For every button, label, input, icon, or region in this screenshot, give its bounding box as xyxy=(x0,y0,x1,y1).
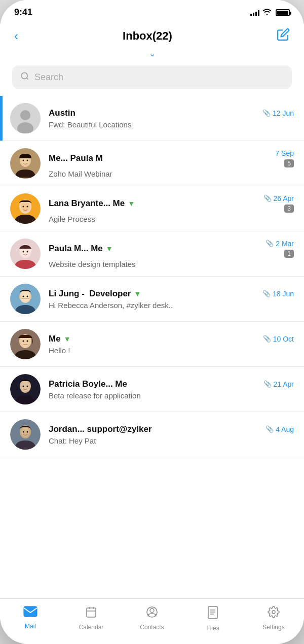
nav-label-files: Files xyxy=(206,625,219,632)
svg-point-25 xyxy=(21,291,29,301)
email-count-badge: 1 xyxy=(284,250,294,258)
svg-point-14 xyxy=(27,206,28,208)
svg-rect-48 xyxy=(24,606,37,617)
nav-label-calendar: Calendar xyxy=(79,624,104,631)
attachment-icon: 📎 xyxy=(263,335,271,343)
email-item[interactable]: Austin 📎 12 Jun Fwd: Beautiful Locations xyxy=(0,96,304,141)
svg-point-21 xyxy=(27,250,28,251)
search-icon xyxy=(20,72,29,83)
email-date-area: 📎 18 Jun xyxy=(262,290,294,298)
attachment-icon: 📎 xyxy=(262,109,271,117)
email-preview: Agile Process xyxy=(49,215,294,223)
email-date: 📎 18 Jun xyxy=(262,290,294,298)
email-date-area: 📎 26 Apr 3 xyxy=(263,194,294,213)
flag-icon: ▼ xyxy=(134,290,141,298)
attachment-icon: 📎 xyxy=(265,240,274,247)
svg-point-39 xyxy=(23,386,24,387)
search-bar[interactable]: Search xyxy=(12,65,292,89)
nav-item-contacts[interactable]: Contacts xyxy=(122,604,182,634)
chevron-down-icon[interactable]: ⌄ xyxy=(149,49,156,58)
email-date: 📎 12 Jun xyxy=(262,109,294,117)
svg-line-1 xyxy=(26,78,28,79)
email-item[interactable]: Patricia Boyle... Me 📎 21 Apr Beta relea… xyxy=(0,367,304,412)
email-preview: Beta release for application xyxy=(49,391,294,400)
email-content: Jordan... support@zylker 📎 4 Aug Chat: H… xyxy=(49,424,294,445)
svg-rect-30 xyxy=(29,295,31,299)
avatar xyxy=(10,148,41,179)
email-content: Li Jung - Developer ▼ 📎 18 Jun Hi Rebecc… xyxy=(49,289,294,310)
avatar xyxy=(10,193,41,224)
status-bar: 9:41 xyxy=(0,0,304,22)
email-date: 📎 21 Apr xyxy=(263,380,294,388)
phone-frame: 9:41 ‹ Inbox(22) xyxy=(0,0,304,644)
email-sender: Me ▼ xyxy=(49,334,70,344)
email-item[interactable]: Me... Paula M 7 Sep 5 Zoho Mail Webinar xyxy=(0,141,304,186)
email-item[interactable]: Me ▼ 📎 10 Oct Hello ! xyxy=(0,322,304,367)
svg-rect-46 xyxy=(21,429,23,433)
nav-item-settings[interactable]: Settings xyxy=(243,604,304,634)
avatar xyxy=(10,419,41,450)
email-item[interactable]: Paula M... Me ▼ 📎 2 Mar 1 Website design… xyxy=(0,231,304,277)
flag-icon: ▼ xyxy=(128,199,135,208)
email-date-area: 📎 4 Aug xyxy=(265,425,294,433)
svg-point-0 xyxy=(21,73,27,79)
attachment-icon: 📎 xyxy=(265,425,274,433)
signal-icon xyxy=(250,9,259,16)
email-content: Me... Paula M 7 Sep 5 Zoho Mail Webinar xyxy=(49,149,294,178)
email-preview: Fwd: Beautiful Locations xyxy=(49,120,294,129)
avatar xyxy=(10,103,41,133)
svg-point-54 xyxy=(150,608,154,613)
email-header: ‹ Inbox(22) xyxy=(0,22,304,48)
email-list: Austin 📎 12 Jun Fwd: Beautiful Locations xyxy=(0,96,304,598)
svg-point-8 xyxy=(23,160,24,161)
nav-item-mail[interactable]: Mail xyxy=(0,604,61,634)
email-sender: Li Jung - Developer ▼ xyxy=(49,289,141,299)
email-content: Austin 📎 12 Jun Fwd: Beautiful Locations xyxy=(49,108,294,129)
email-sender: Jordan... support@zylker xyxy=(49,424,152,434)
attachment-icon: 📎 xyxy=(263,380,272,388)
email-date-area: 📎 21 Apr xyxy=(263,380,294,388)
svg-point-59 xyxy=(272,611,275,614)
svg-rect-49 xyxy=(87,608,96,617)
battery-icon xyxy=(276,9,290,16)
email-item[interactable]: Li Jung - Developer ▼ 📎 18 Jun Hi Rebecc… xyxy=(0,277,304,322)
svg-point-9 xyxy=(27,160,28,161)
unread-indicator xyxy=(0,96,3,141)
email-date-area: 7 Sep 5 xyxy=(275,149,294,167)
email-preview: Chat: Hey Pat xyxy=(49,436,294,445)
email-sender: Patricia Boyle... Me xyxy=(49,379,127,389)
svg-point-35 xyxy=(27,341,28,342)
email-date-area: 📎 12 Jun xyxy=(262,109,294,117)
wifi-icon xyxy=(262,8,272,17)
email-sender: Lana Bryante... Me ▼ xyxy=(49,198,135,209)
status-time: 9:41 xyxy=(14,7,32,18)
back-button[interactable]: ‹ xyxy=(12,27,20,45)
svg-point-26 xyxy=(23,296,24,297)
nav-label-contacts: Contacts xyxy=(140,624,164,631)
email-count-badge: 5 xyxy=(284,159,294,167)
avatar xyxy=(10,239,41,269)
email-date: 📎 10 Oct xyxy=(263,335,294,343)
settings-icon xyxy=(268,606,280,621)
svg-point-27 xyxy=(27,296,28,297)
avatar xyxy=(10,374,41,404)
email-date-area: 📎 10 Oct xyxy=(263,335,294,343)
email-item[interactable]: Lana Bryante... Me ▼ 📎 26 Apr 3 Agile Pr… xyxy=(0,186,304,231)
compose-button[interactable] xyxy=(275,26,292,46)
email-preview: Hi Rebecca Anderson, #zylker desk.. xyxy=(49,301,294,310)
contacts-icon xyxy=(146,606,158,621)
email-sender: Austin xyxy=(49,108,75,118)
email-item[interactable]: Jordan... support@zylker 📎 4 Aug Chat: H… xyxy=(0,412,304,457)
email-date: 7 Sep xyxy=(275,149,294,157)
svg-rect-55 xyxy=(208,606,217,619)
search-container: Search xyxy=(0,61,304,96)
svg-point-13 xyxy=(23,206,24,208)
attachment-icon: 📎 xyxy=(263,194,272,202)
nav-item-calendar[interactable]: Calendar xyxy=(61,604,122,634)
nav-label-settings: Settings xyxy=(262,624,284,631)
nav-item-files[interactable]: Files xyxy=(182,604,243,634)
chevron-row: ⌄ xyxy=(0,48,304,61)
inbox-title: Inbox(22) xyxy=(123,29,172,43)
email-sender: Paula M... Me ▼ xyxy=(49,244,113,254)
svg-point-40 xyxy=(27,386,28,387)
